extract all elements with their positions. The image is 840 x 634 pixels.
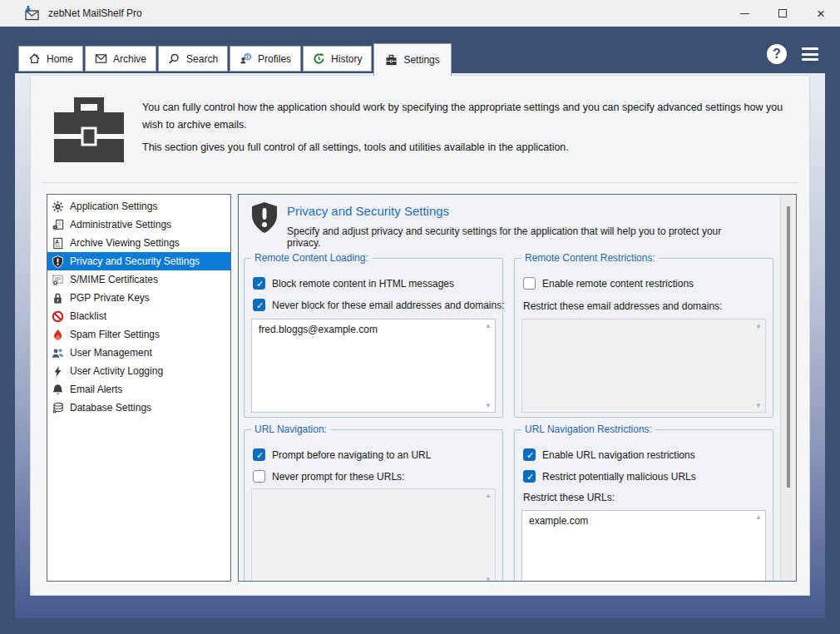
help-icon[interactable] bbox=[767, 44, 787, 64]
checkbox-label: Prompt before navigating to an URL bbox=[272, 449, 431, 461]
tab-label: History bbox=[331, 53, 362, 65]
header-separator bbox=[42, 182, 798, 183]
checkbox[interactable] bbox=[253, 448, 265, 461]
svg-text:A: A bbox=[55, 238, 59, 244]
content-card: You can fully control how the applicatio… bbox=[30, 75, 810, 596]
window-title: zebNet MailShelf Pro bbox=[48, 7, 142, 19]
sidebar-item-label: User Management bbox=[70, 347, 152, 359]
settings-category-list: Application Settings Administrative Sett… bbox=[47, 194, 231, 582]
sidebar-item-label: Application Settings bbox=[70, 201, 157, 212]
bell-icon bbox=[51, 383, 65, 396]
sidebar-item-label: S/MIME Certificates bbox=[70, 274, 158, 285]
never-block-addresses-textarea[interactable]: fred.bloggs@example.com bbox=[251, 319, 496, 413]
checkbox-row[interactable]: Enable URL navigation restrictions bbox=[523, 448, 695, 461]
certificate-icon bbox=[51, 273, 65, 286]
sidebar-item-administrative-settings[interactable]: Administrative Settings bbox=[47, 215, 230, 234]
checkbox[interactable] bbox=[523, 448, 536, 461]
sidebar-item-smime-certificates[interactable]: S/MIME Certificates bbox=[47, 270, 230, 289]
tab-history[interactable]: History bbox=[303, 46, 372, 72]
scrollbar-thumb[interactable] bbox=[787, 206, 790, 488]
maximize-icon bbox=[778, 9, 787, 17]
tab-settings[interactable]: Settings bbox=[373, 43, 451, 76]
sidebar-item-label: Administrative Settings bbox=[70, 219, 171, 230]
restrict-urls-textarea[interactable]: example.com bbox=[521, 510, 766, 582]
database-gear-icon bbox=[51, 401, 65, 414]
sidebar-item-user-management[interactable]: User Management bbox=[47, 344, 230, 362]
header-section-note: This section gives you full control of a… bbox=[142, 139, 794, 156]
group-title: Remote Content Loading: bbox=[251, 252, 372, 264]
checkbox-row[interactable]: Enable remote content restrictions bbox=[523, 277, 694, 290]
checkbox[interactable] bbox=[523, 470, 536, 483]
panel-scrollbar[interactable] bbox=[780, 195, 796, 581]
sidebar-item-label: Database Settings bbox=[70, 402, 151, 414]
checkbox[interactable] bbox=[523, 277, 536, 290]
sidebar-item-blacklist[interactable]: Blacklist bbox=[47, 307, 230, 325]
flame-icon bbox=[51, 328, 65, 341]
sidebar-item-label: Spam Filter Settings bbox=[70, 329, 160, 340]
maximize-button[interactable] bbox=[763, 0, 802, 27]
checkbox-label: Never prompt for these URLs: bbox=[272, 471, 404, 483]
history-icon bbox=[313, 52, 325, 65]
lightning-icon bbox=[51, 364, 65, 378]
sidebar-item-privacy-and-security-settings[interactable]: Privacy and Security Settings bbox=[47, 252, 230, 270]
field-label: Restrict these email addresses and domai… bbox=[523, 300, 722, 312]
home-icon bbox=[28, 52, 41, 65]
checkbox-row[interactable]: Block remote content in HTML messages bbox=[253, 277, 454, 290]
padlock-icon bbox=[51, 291, 65, 305]
never-prompt-urls-textarea[interactable] bbox=[251, 488, 496, 582]
checkbox[interactable] bbox=[253, 277, 265, 290]
checkbox-row[interactable]: Never prompt for these URLs: bbox=[253, 470, 404, 483]
sidebar-item-label: Privacy and Security Settings bbox=[70, 255, 200, 267]
sidebar-item-label: Archive Viewing Settings bbox=[70, 237, 180, 249]
panel-title: Privacy and Security Settings bbox=[287, 204, 449, 218]
app-window: zebNet MailShelf Pro × Home Archive bbox=[0, 0, 840, 634]
close-button[interactable]: × bbox=[802, 0, 840, 27]
group-title: Remote Content Restrictions: bbox=[521, 252, 659, 264]
sidebar-item-archive-viewing-settings[interactable]: A Archive Viewing Settings bbox=[47, 234, 230, 252]
group-remote-content-restrictions: Remote Content Restrictions: Enable remo… bbox=[514, 258, 773, 418]
checkbox[interactable] bbox=[253, 470, 265, 483]
gear-icon bbox=[51, 200, 65, 213]
sidebar-item-pgp-private-keys[interactable]: PGP Private Keys bbox=[47, 289, 230, 307]
sidebar-item-user-activity-logging[interactable]: User Activity Logging bbox=[47, 362, 230, 380]
checkbox-row[interactable]: Restrict potentially malicious URLs bbox=[523, 470, 696, 483]
restrict-addresses-textarea[interactable] bbox=[521, 319, 766, 413]
briefcase-icon bbox=[385, 54, 398, 67]
panel-subtitle: Specify and adjust privacy and security … bbox=[287, 225, 753, 249]
checkbox-row[interactable]: Never block for these email addresses an… bbox=[253, 299, 504, 311]
sidebar-item-spam-filter-settings[interactable]: Spam Filter Settings bbox=[47, 325, 230, 344]
minimize-icon bbox=[740, 13, 749, 14]
sidebar-item-label: User Activity Logging bbox=[70, 365, 163, 377]
tab-search[interactable]: Search bbox=[158, 46, 228, 72]
sidebar-item-database-settings[interactable]: Database Settings bbox=[47, 399, 230, 417]
group-title: URL Navigation Restrictions: bbox=[521, 423, 655, 435]
tab-label: Home bbox=[47, 53, 73, 65]
tab-profiles[interactable]: Profiles bbox=[230, 46, 301, 72]
privacy-security-panel: Privacy and Security Settings Specify an… bbox=[238, 194, 797, 582]
group-url-navigation-restrictions: URL Navigation Restrictions: Enable URL … bbox=[514, 429, 773, 582]
sidebar-item-label: Email Alerts bbox=[70, 384, 122, 395]
shield-exclamation-icon bbox=[250, 201, 279, 235]
titlebar: zebNet MailShelf Pro × bbox=[0, 0, 840, 27]
group-title: URL Navigation: bbox=[251, 423, 330, 435]
tab-label: Search bbox=[186, 53, 218, 65]
briefcase-icon bbox=[52, 97, 126, 162]
hamburger-menu-icon[interactable] bbox=[802, 47, 818, 61]
sidebar-item-label: Blacklist bbox=[70, 310, 106, 322]
minimize-button[interactable] bbox=[725, 0, 763, 27]
checkbox-row[interactable]: Prompt before navigating to an URL bbox=[253, 448, 431, 461]
tab-home[interactable]: Home bbox=[18, 46, 83, 72]
app-mail-icon bbox=[23, 6, 40, 21]
checkbox-label: Restrict potentially malicious URLs bbox=[542, 471, 696, 483]
sidebar-item-email-alerts[interactable]: Email Alerts bbox=[47, 380, 230, 399]
tab-archive[interactable]: Archive bbox=[85, 46, 156, 72]
group-remote-content-loading: Remote Content Loading: Block remote con… bbox=[244, 258, 503, 418]
group-url-navigation: URL Navigation: Prompt before navigating… bbox=[244, 429, 503, 582]
tab-label: Archive bbox=[113, 53, 146, 65]
sidebar-item-application-settings[interactable]: Application Settings bbox=[47, 197, 230, 215]
document-a-icon: A bbox=[51, 236, 65, 250]
search-icon bbox=[168, 52, 180, 65]
shield-exclamation-icon bbox=[51, 255, 65, 268]
checkbox[interactable] bbox=[253, 299, 265, 311]
tab-label: Profiles bbox=[258, 53, 291, 65]
